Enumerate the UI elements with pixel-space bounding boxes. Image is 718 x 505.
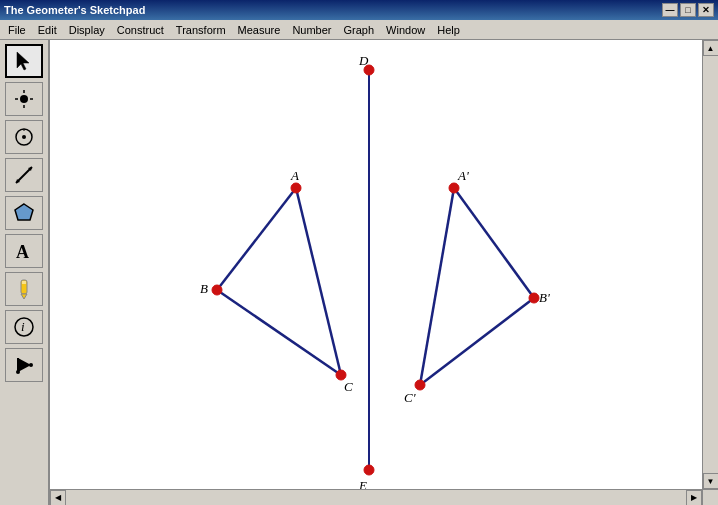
point-Ap[interactable]	[449, 183, 459, 193]
label-Ap: A'	[457, 168, 469, 183]
scroll-corner	[702, 489, 718, 505]
menu-bar: File Edit Display Construct Transform Me…	[0, 20, 718, 40]
svg-text:i: i	[21, 319, 25, 334]
scrollbar-horizontal[interactable]: ◀ ▶	[50, 489, 702, 505]
arrow-icon	[13, 50, 35, 72]
point-B[interactable]	[212, 285, 222, 295]
minimize-button[interactable]: —	[662, 3, 678, 17]
scroll-vertical-track[interactable]	[703, 56, 718, 473]
point-E[interactable]	[364, 465, 374, 475]
svg-marker-0	[17, 52, 29, 70]
menu-edit[interactable]: Edit	[32, 22, 63, 38]
label-B: B	[200, 281, 208, 296]
point-icon	[13, 88, 35, 110]
scroll-left-button[interactable]: ◀	[50, 490, 66, 506]
custom-tool[interactable]	[5, 348, 43, 382]
polygon-icon	[13, 202, 35, 224]
label-A: A	[290, 168, 299, 183]
svg-point-1	[20, 95, 28, 103]
edge-ApBp	[454, 188, 534, 298]
menu-file[interactable]: File	[2, 22, 32, 38]
scroll-horizontal-track[interactable]	[66, 490, 686, 505]
svg-point-7	[22, 135, 26, 139]
svg-text:A: A	[16, 242, 29, 262]
compass-icon	[13, 126, 35, 148]
svg-point-21	[29, 363, 33, 367]
arrow-tool[interactable]	[5, 44, 43, 78]
canvas-area[interactable]: D E A B C A' B' C' ▲	[50, 40, 718, 505]
marker-icon	[13, 278, 35, 300]
label-Bp: B'	[539, 290, 550, 305]
main-layout: A i	[0, 40, 718, 505]
svg-point-22	[16, 370, 20, 374]
menu-transform[interactable]: Transform	[170, 22, 232, 38]
title-bar-buttons: — □ ✕	[662, 3, 714, 17]
scrollbar-vertical[interactable]: ▲ ▼	[702, 40, 718, 489]
close-button[interactable]: ✕	[698, 3, 714, 17]
menu-help[interactable]: Help	[431, 22, 466, 38]
scroll-right-button[interactable]: ▶	[686, 490, 702, 506]
label-C: C	[344, 379, 353, 394]
label-D: D	[358, 53, 369, 68]
compass-tool[interactable]	[5, 120, 43, 154]
menu-measure[interactable]: Measure	[232, 22, 287, 38]
svg-marker-15	[21, 294, 27, 299]
edge-AC	[296, 188, 341, 375]
edge-AB	[217, 188, 296, 290]
menu-graph[interactable]: Graph	[338, 22, 381, 38]
svg-rect-16	[22, 281, 26, 284]
edge-ApCp	[420, 188, 454, 385]
menu-construct[interactable]: Construct	[111, 22, 170, 38]
marker-tool[interactable]	[5, 272, 43, 306]
info-tool[interactable]: i	[5, 310, 43, 344]
menu-number[interactable]: Number	[286, 22, 337, 38]
menu-display[interactable]: Display	[63, 22, 111, 38]
maximize-button[interactable]: □	[680, 3, 696, 17]
title-bar: The Geometer's Sketchpad — □ ✕	[0, 0, 718, 20]
point-A[interactable]	[291, 183, 301, 193]
line-icon	[13, 164, 35, 186]
polygon-tool[interactable]	[5, 196, 43, 230]
info-icon: i	[13, 316, 35, 338]
custom-icon	[13, 354, 35, 376]
text-tool[interactable]: A	[5, 234, 43, 268]
point-Bp[interactable]	[529, 293, 539, 303]
scroll-up-button[interactable]: ▲	[703, 40, 719, 56]
geometry-canvas: D E A B C A' B' C'	[50, 40, 718, 505]
label-Cp: C'	[404, 390, 416, 405]
scroll-down-button[interactable]: ▼	[703, 473, 719, 489]
point-Cp[interactable]	[415, 380, 425, 390]
menu-window[interactable]: Window	[380, 22, 431, 38]
toolbar: A i	[0, 40, 50, 505]
text-icon: A	[13, 240, 35, 262]
line-tool[interactable]	[5, 158, 43, 192]
edge-BpCp	[420, 298, 534, 385]
svg-marker-12	[15, 204, 33, 220]
app-title: The Geometer's Sketchpad	[4, 4, 145, 16]
point-tool[interactable]	[5, 82, 43, 116]
